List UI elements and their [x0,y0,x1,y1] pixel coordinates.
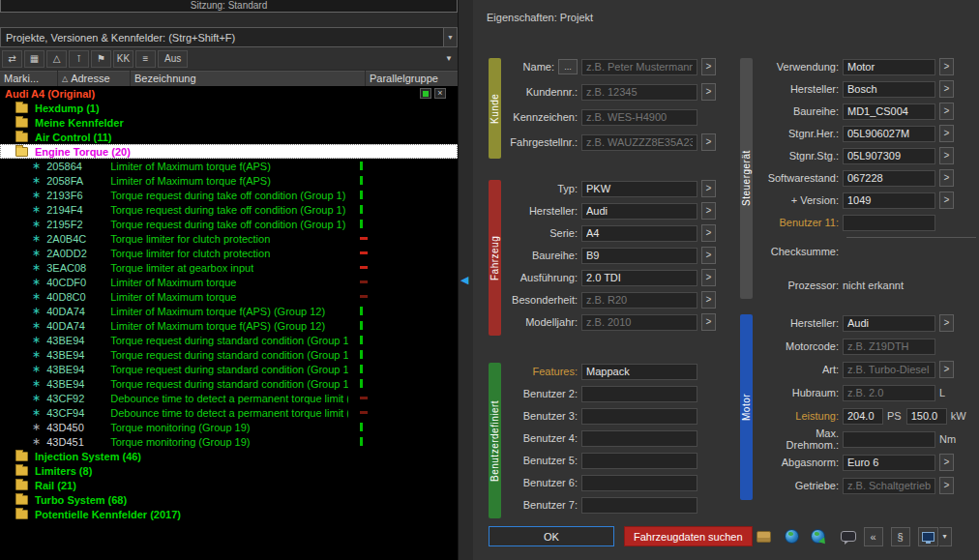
benutzer-7-field[interactable] [581,497,697,514]
baureihe-expand-button[interactable]: > [701,247,716,264]
tree-map-row[interactable]: ∗2195F2Torque request during take off co… [0,217,458,231]
list-button[interactable]: ≡ [135,50,156,68]
tree-map-row[interactable]: ∗40CDF0Limiter of Maximum torque [0,275,458,289]
kundennr-field[interactable] [581,84,697,101]
hersteller-expand-button[interactable]: > [939,314,954,332]
serie-expand-button[interactable]: > [701,224,716,242]
baureihe-field[interactable] [843,103,935,120]
tree-map-row[interactable]: ∗43CF94Debounce time to detect a permane… [0,405,458,420]
serie-field[interactable] [581,225,697,242]
hubraum-field[interactable] [843,385,935,401]
tree-map-row[interactable]: ∗43BE94Torque request during standard co… [0,333,458,347]
typ-expand-button[interactable]: > [701,180,716,197]
tree-map-row[interactable]: ∗43CF92Debounce time to detect a permane… [0,391,458,405]
verwendung-expand-button[interactable]: > [939,58,954,75]
vehicle-card-button[interactable] [755,527,773,546]
column-header-bezeichnung[interactable]: Bezeichnung [131,71,366,86]
softwarestand-expand-button[interactable]: > [939,169,954,187]
max-drehmom-field[interactable] [843,431,935,448]
getriebe-field[interactable] [843,478,935,494]
tree-map-row[interactable]: ∗43D450Torque monitoring (Group 19) [0,420,458,434]
leistung-ps-field[interactable] [843,408,883,425]
benutzer-4-field[interactable] [581,430,697,447]
tree-folder-row[interactable]: Limiters (8) [0,463,458,478]
comment-button[interactable] [839,527,858,546]
name-browse-button[interactable]: ... [558,59,578,74]
tree-map-row[interactable]: ∗43BE94Torque request during standard co… [0,362,458,376]
version-field[interactable] [843,192,935,209]
tree-map-row[interactable]: ∗43D451Torque monitoring (Group 19) [0,434,458,449]
baureihe-field[interactable] [581,248,697,264]
compare-button[interactable]: ⇄ [2,50,22,68]
online-sync-button[interactable] [809,527,827,546]
name-field[interactable] [581,59,697,75]
kennzeichen-field[interactable] [581,109,697,126]
tree-dock-button[interactable] [420,88,431,99]
hersteller-field[interactable] [581,203,697,220]
tree-map-row[interactable]: ∗40DA74Limiter of Maximum torque f(APS) … [0,318,458,333]
tree-map-row[interactable]: ∗205864Limiter of Maximum torque f(APS) [0,159,458,173]
fahrgestellnr-field[interactable] [581,134,697,151]
tree-folder-row[interactable]: Rail (21) [0,478,458,492]
tree-folder-row[interactable]: Potentielle Kennfelder (2017) [0,507,458,521]
ok-button[interactable]: OK [489,526,614,546]
collapse-dialog-button[interactable]: « [864,527,883,546]
kundennr-expand-button[interactable]: > [701,83,716,101]
tree-map-row[interactable]: ∗2058FALimiter of Maximum torque f(APS) [0,173,458,188]
benutzer-2-field[interactable] [581,386,697,402]
tree-map-row[interactable]: ∗40DA74Limiter of Maximum torque f(APS) … [0,304,458,318]
tree-map-row[interactable]: ∗40D8C0Limiter of Maximum torque [0,289,458,304]
tree-map-row[interactable]: ∗43BE94Torque request during standard co… [0,347,458,362]
hersteller-field[interactable] [843,81,935,98]
column-header-marki[interactable]: Marki... [0,71,58,86]
art-expand-button[interactable]: > [939,361,954,378]
hexdump-button[interactable]: ▦ [24,50,44,68]
collapse-left-icon[interactable]: ◀ [460,274,468,286]
modelljahr-expand-button[interactable]: > [701,313,716,331]
tree-folder-row[interactable]: Air Control (11) [0,130,458,144]
vehicle-data-search-button[interactable]: Fahrzeugdaten suchen [624,526,753,546]
baureihe-expand-button[interactable]: > [939,103,954,120]
art-field[interactable] [843,362,935,378]
remote-view-dropdown-button[interactable]: ▾ [939,527,952,546]
tree-map-row[interactable]: ∗2A0B4CTorque limiter for clutch protect… [0,231,458,246]
motorcode-field[interactable] [843,339,935,355]
name-expand-button[interactable]: > [701,58,716,75]
hersteller-expand-button[interactable]: > [939,80,954,98]
softwarestand-field[interactable] [843,170,935,187]
column-header-parallelgruppe[interactable]: Parallelgruppe [366,71,458,86]
version-expand-button[interactable]: > [939,192,954,209]
getriebe-expand-button[interactable]: > [939,477,954,494]
stgnr-stg-field[interactable] [843,148,935,164]
ausfuhrung-field[interactable] [581,270,697,286]
tree-close-button[interactable]: × [434,88,446,99]
tree-filter-combo[interactable]: Projekte, Versionen & Kennfelder: (Strg+… [0,27,444,47]
tree-filter-dropdown-button[interactable]: ▼ [444,27,458,47]
leistung-kw-field[interactable] [906,408,947,425]
hersteller-field[interactable] [843,315,935,332]
remote-view-button[interactable] [918,527,938,546]
tree-map-row[interactable]: ∗3EAC08Torque limiter at gearbox input [0,260,458,275]
tree-map-row[interactable]: ∗2194F4Torque request during take off co… [0,202,458,217]
stgnr-her-field[interactable] [843,126,935,142]
tree-folder-row[interactable]: Hexdump (1) [0,101,458,115]
tree-folder-row[interactable]: Turbo System (68) [0,492,458,507]
hersteller-expand-button[interactable]: > [701,202,716,220]
aus-button[interactable]: Aus [158,50,188,68]
caliper-button[interactable]: ⊺ [69,50,89,68]
benutzer-5-field[interactable] [581,453,697,469]
modelljahr-field[interactable] [581,314,697,331]
online-database-button[interactable] [783,527,801,546]
typ-field[interactable] [581,181,697,197]
paragraph-button[interactable]: § [891,527,910,546]
besonderheit-expand-button[interactable]: > [701,291,716,309]
warning-button[interactable]: △ [46,50,67,68]
abgasnorm-field[interactable] [843,455,935,471]
fahrgestellnr-expand-button[interactable]: > [701,133,716,151]
ausfuhrung-expand-button[interactable]: > [701,269,716,286]
tree-map-row[interactable]: ∗2A0DD2Torque limiter for clutch protect… [0,246,458,260]
panel-splitter[interactable]: ◀ [459,0,473,560]
column-header-adresse[interactable]: △Adresse [58,71,131,86]
benutzer-11-field[interactable] [843,215,935,231]
stgnr-stg-expand-button[interactable]: > [939,147,954,164]
